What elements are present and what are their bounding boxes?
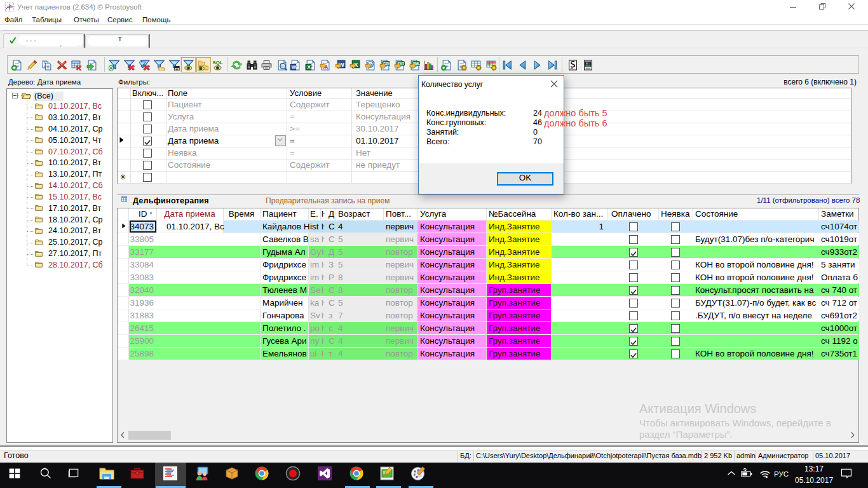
svg-text:X: X xyxy=(307,64,311,70)
svg-text:SQL: SQL xyxy=(212,60,222,65)
svg-text:W: W xyxy=(292,64,297,70)
